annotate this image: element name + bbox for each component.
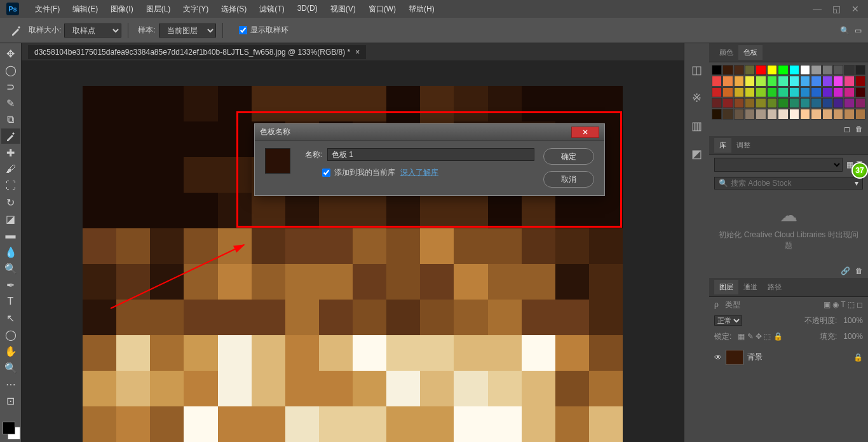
swatch[interactable] xyxy=(855,98,865,108)
swatch[interactable] xyxy=(712,76,722,86)
navigator-icon[interactable]: ※ xyxy=(689,90,705,106)
clone-stamp-tool[interactable]: ⛶ xyxy=(1,178,20,193)
swatch[interactable] xyxy=(778,109,788,119)
swatch[interactable] xyxy=(800,98,810,108)
sample-select[interactable]: 当前图层 xyxy=(159,24,216,38)
history-brush-tool[interactable]: ↻ xyxy=(1,195,20,210)
swatch[interactable] xyxy=(734,65,744,75)
dodge-tool[interactable]: 🔍 xyxy=(1,261,20,276)
swatch[interactable] xyxy=(745,76,755,86)
swatch[interactable] xyxy=(811,109,821,119)
swatch[interactable] xyxy=(800,109,810,119)
swatch[interactable] xyxy=(811,76,821,86)
swatch[interactable] xyxy=(767,76,777,86)
swatch[interactable] xyxy=(844,65,854,75)
swatch[interactable] xyxy=(712,87,722,97)
menu-item[interactable]: 视图(V) xyxy=(324,4,362,15)
eyedropper-tool[interactable] xyxy=(1,128,20,144)
adjust-tab[interactable]: 调整 xyxy=(731,138,756,153)
swatch[interactable] xyxy=(789,65,799,75)
brush-tool[interactable]: 🖌 xyxy=(1,162,20,177)
marquee-tool[interactable]: ◯ xyxy=(1,62,20,78)
menu-item[interactable]: 窗口(W) xyxy=(362,4,402,15)
swatch[interactable] xyxy=(756,76,766,86)
swatch[interactable] xyxy=(844,76,854,86)
pen-tool[interactable]: ✒ xyxy=(1,277,20,293)
cancel-button[interactable]: 取消 xyxy=(543,171,594,188)
swatch[interactable] xyxy=(722,87,733,97)
swatch[interactable] xyxy=(722,76,733,86)
swatch[interactable] xyxy=(833,76,843,86)
restore-button[interactable]: ◱ xyxy=(827,3,846,15)
swatch[interactable] xyxy=(745,65,755,75)
crop-tool[interactable]: ⧉ xyxy=(1,112,20,127)
swatch[interactable] xyxy=(778,76,788,86)
swatch[interactable] xyxy=(778,98,788,108)
swatch[interactable] xyxy=(756,65,766,75)
swatch[interactable] xyxy=(722,65,733,75)
swatch[interactable] xyxy=(855,65,865,75)
swatch-name-input[interactable] xyxy=(327,148,534,161)
path-select-tool[interactable]: ↖ xyxy=(1,310,20,326)
blend-mode-select[interactable]: 正常 xyxy=(714,315,742,326)
swatch[interactable] xyxy=(822,87,832,97)
swatch[interactable] xyxy=(722,109,733,119)
ok-button[interactable]: 确定 xyxy=(543,148,594,165)
swatch[interactable] xyxy=(811,98,821,108)
paths-tab[interactable]: 路径 xyxy=(763,280,787,294)
swatch[interactable] xyxy=(833,109,843,119)
histogram-icon[interactable]: ◫ xyxy=(689,62,705,78)
swatch[interactable] xyxy=(822,65,832,75)
edit-toolbar-icon[interactable]: ⊡ xyxy=(1,393,20,408)
menu-item[interactable]: 选择(S) xyxy=(215,4,253,15)
swatch[interactable] xyxy=(833,65,843,75)
visibility-icon[interactable]: 👁 xyxy=(714,353,722,362)
swatch[interactable] xyxy=(756,109,766,119)
document-tab[interactable]: d3c58104be3175015dafea9c3384a85e7dd142ef… xyxy=(28,45,366,59)
swatch[interactable] xyxy=(789,76,799,86)
sample-size-select[interactable]: 取样点 xyxy=(64,24,121,38)
swatch[interactable] xyxy=(811,87,821,97)
swatch[interactable] xyxy=(844,109,854,119)
dialog-titlebar[interactable]: 色板名称 ✕ xyxy=(255,124,604,141)
swatch[interactable] xyxy=(756,87,766,97)
menu-item[interactable]: 文字(Y) xyxy=(177,4,215,15)
move-tool[interactable]: ✥ xyxy=(1,46,20,61)
delete-swatch-icon[interactable]: 🗑 xyxy=(855,125,863,134)
hand-tool[interactable]: ✋ xyxy=(1,343,20,359)
swatch[interactable] xyxy=(712,98,722,108)
swatches-tab[interactable]: 色板 xyxy=(738,45,763,60)
add-to-library-checkbox[interactable]: 添加到我的当前库 xyxy=(322,167,395,178)
swatch[interactable] xyxy=(767,98,777,108)
fg-color[interactable] xyxy=(3,422,15,434)
swatch[interactable] xyxy=(789,109,799,119)
swatch[interactable] xyxy=(789,87,799,97)
menu-item[interactable]: 3D(D) xyxy=(291,4,324,15)
swatch[interactable] xyxy=(734,76,744,86)
info-icon[interactable]: ▥ xyxy=(689,118,705,134)
swatch[interactable] xyxy=(822,98,832,108)
menu-item[interactable]: 图像(I) xyxy=(104,4,139,15)
new-swatch-icon[interactable]: ◻ xyxy=(844,125,850,134)
shape-tool[interactable]: ◯ xyxy=(1,327,20,342)
swatch[interactable] xyxy=(855,87,865,97)
swatch[interactable] xyxy=(734,87,744,97)
trash-icon[interactable]: 🗑 xyxy=(855,266,863,275)
eraser-tool[interactable]: ◪ xyxy=(1,211,20,226)
dialog-close-button[interactable]: ✕ xyxy=(571,127,599,138)
swatch[interactable] xyxy=(778,65,788,75)
text-tool[interactable]: T xyxy=(1,294,20,309)
swatch[interactable] xyxy=(800,87,810,97)
menu-item[interactable]: 文件(F) xyxy=(29,4,66,15)
swatch[interactable] xyxy=(789,98,799,108)
swatch[interactable] xyxy=(844,87,854,97)
learn-more-link[interactable]: 深入了解库 xyxy=(400,167,438,178)
channels-tab[interactable]: 通道 xyxy=(738,280,763,294)
swatch[interactable] xyxy=(833,87,843,97)
library-select[interactable] xyxy=(714,158,843,172)
swatch[interactable] xyxy=(722,98,733,108)
quick-select-tool[interactable]: ✎ xyxy=(1,95,20,111)
swatch[interactable] xyxy=(712,109,722,119)
blur-tool[interactable]: 💧 xyxy=(1,244,20,259)
more-icon[interactable]: ⋯ xyxy=(1,376,20,392)
